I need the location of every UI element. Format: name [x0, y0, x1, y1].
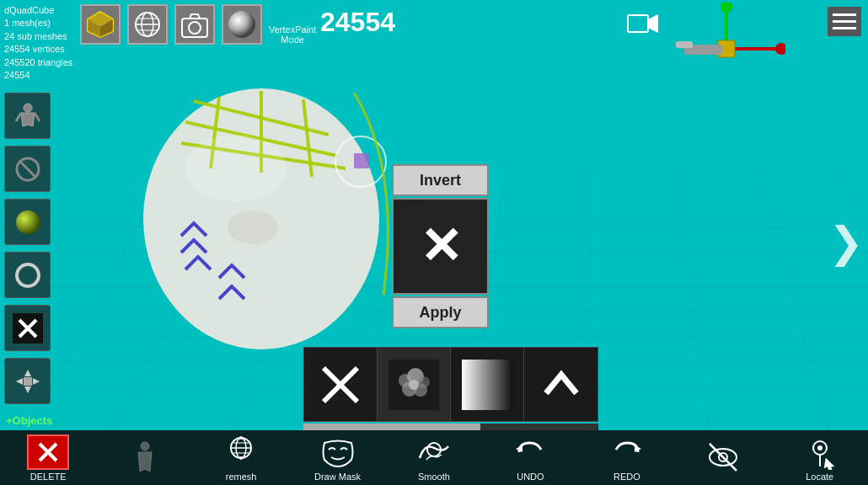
- remesh-label: remesh: [226, 472, 257, 482]
- bottom-toolbar: DELETE remesh D: [0, 430, 868, 485]
- undo-label: UNDO: [517, 472, 544, 482]
- objects-button[interactable]: +Objects: [4, 411, 54, 430]
- top-right-icons: [627, 7, 861, 78]
- hamburger-menu-button[interactable]: [828, 7, 861, 36]
- gizmo: [667, 3, 785, 78]
- svg-marker-59: [24, 370, 31, 376]
- figure-tool-button[interactable]: [4, 93, 51, 139]
- svg-point-43: [721, 3, 732, 13]
- delete-tool[interactable]: DELETE: [23, 434, 73, 482]
- hamburger-line-3: [833, 27, 856, 29]
- svg-line-51: [35, 113, 40, 121]
- globe-mode-button[interactable]: [127, 4, 168, 45]
- brush-progress-fill: [303, 424, 480, 430]
- svg-rect-24: [354, 153, 369, 168]
- hide-tool[interactable]: [698, 440, 748, 477]
- video-camera-button[interactable]: [627, 11, 659, 42]
- locate-label: Locate: [806, 472, 833, 482]
- svg-point-38: [189, 22, 201, 34]
- chevron-brush-button[interactable]: [524, 348, 597, 421]
- right-chevron-button[interactable]: ❯: [828, 218, 864, 267]
- no-tool-button[interactable]: [4, 146, 51, 192]
- vertex-count-display: 24554: [320, 7, 395, 38]
- svg-point-45: [775, 43, 785, 55]
- svg-marker-61: [16, 378, 23, 385]
- vertex-paint-label: VertexPaint: [269, 24, 316, 35]
- svg-point-85: [239, 436, 243, 440]
- color-dot-button[interactable]: [4, 199, 51, 245]
- redo-tool[interactable]: REDO: [602, 434, 652, 482]
- locate-tool[interactable]: Locate: [795, 434, 845, 482]
- svg-marker-41: [648, 14, 658, 33]
- svg-rect-48: [676, 41, 693, 48]
- invert-apply-panel: Invert ✕ Apply: [392, 164, 489, 328]
- gradient-brush-button[interactable]: [451, 348, 524, 421]
- svg-point-54: [16, 211, 40, 234]
- smooth-label: Smooth: [418, 472, 450, 482]
- svg-point-27: [185, 135, 287, 202]
- id-label: 24554: [4, 69, 72, 82]
- svg-point-95: [817, 445, 822, 450]
- brush-row: [303, 347, 598, 422]
- object-name: dQuadCube: [4, 4, 72, 17]
- hamburger-line-1: [833, 13, 856, 16]
- svg-point-86: [239, 456, 243, 460]
- mode-area: VertexPaint Mode: [80, 4, 316, 45]
- svg-rect-75: [462, 360, 512, 410]
- mode-label: Mode: [281, 35, 304, 45]
- x-tool-button[interactable]: [4, 305, 51, 351]
- svg-line-92: [710, 444, 737, 471]
- draw-mask-label: Draw Mask: [314, 472, 361, 482]
- sub-meshes: 24 sub meshes: [4, 30, 72, 43]
- draw-mask-tool[interactable]: Draw Mask: [313, 434, 363, 482]
- sphere-thumbnail[interactable]: [222, 4, 262, 45]
- svg-point-79: [141, 442, 149, 450]
- figure-bottom-tool[interactable]: [120, 440, 170, 477]
- invert-button[interactable]: Invert: [392, 164, 489, 196]
- svg-point-55: [17, 264, 39, 286]
- x-brush-button[interactable]: [304, 348, 378, 421]
- hamburger-line-2: [833, 20, 856, 23]
- cloud-brush-button[interactable]: [378, 348, 451, 421]
- ring-tool-button[interactable]: [4, 252, 51, 298]
- redo-label: REDO: [613, 472, 640, 482]
- mesh-count: 1 mesh(es): [4, 17, 72, 29]
- svg-line-50: [16, 113, 21, 121]
- svg-point-74: [409, 380, 419, 390]
- svg-line-53: [19, 161, 36, 178]
- svg-rect-40: [628, 15, 648, 32]
- brush-panel: [303, 347, 598, 430]
- vertex-count-info: 24554 vertices: [4, 43, 72, 56]
- x-mark-icon: ✕: [420, 221, 462, 272]
- cube-mode-button[interactable]: [80, 4, 121, 45]
- object-info: dQuadCube 1 mesh(es) 24 sub meshes 24554…: [4, 4, 72, 82]
- remesh-tool[interactable]: remesh: [216, 434, 266, 482]
- camera-snap-button[interactable]: [174, 4, 215, 45]
- brush-progress-bar[interactable]: [303, 424, 598, 430]
- left-toolbar: +Objects: [4, 93, 54, 430]
- invert-preview: ✕: [392, 198, 489, 295]
- delete-button[interactable]: [27, 434, 69, 470]
- apply-button[interactable]: Apply: [392, 296, 489, 328]
- svg-point-25: [228, 211, 278, 244]
- svg-marker-62: [33, 378, 40, 385]
- delete-label: DELETE: [30, 472, 67, 482]
- smooth-tool[interactable]: Smooth: [409, 434, 459, 482]
- svg-rect-76: [536, 360, 587, 410]
- svg-point-49: [24, 104, 32, 112]
- svg-marker-60: [24, 386, 31, 393]
- svg-point-39: [228, 11, 255, 38]
- undo-tool[interactable]: UNDO: [505, 434, 555, 482]
- triangle-count: 245520 triangles: [4, 56, 72, 69]
- svg-rect-63: [24, 377, 32, 386]
- move-tool-button[interactable]: [4, 358, 51, 404]
